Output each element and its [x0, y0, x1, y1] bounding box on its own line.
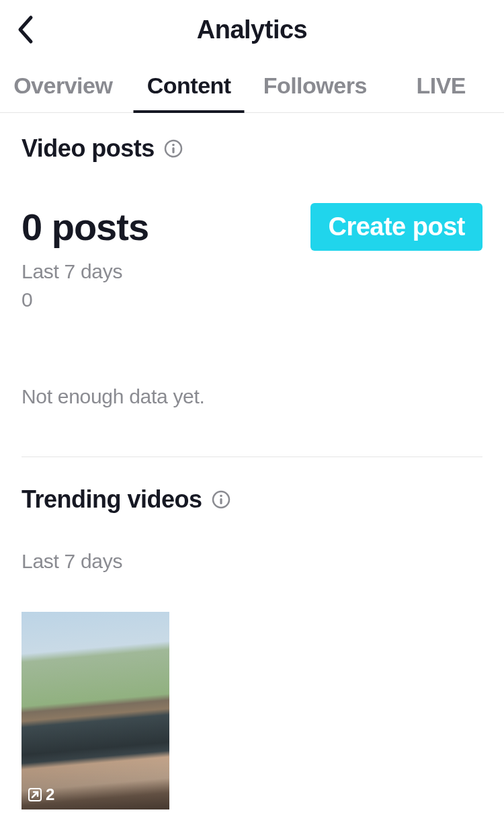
- svg-rect-5: [220, 498, 222, 504]
- arrow-up-right-icon: [28, 788, 42, 801]
- tabs-bar: Overview Content Followers LIVE: [0, 59, 504, 113]
- tab-overview[interactable]: Overview: [0, 59, 126, 112]
- video-views-count: 2: [46, 785, 54, 804]
- svg-point-4: [220, 495, 222, 498]
- info-icon[interactable]: [212, 490, 230, 509]
- back-button[interactable]: [16, 15, 35, 44]
- svg-rect-2: [172, 147, 174, 153]
- divider: [22, 457, 482, 457]
- page-title: Analytics: [0, 15, 504, 44]
- trending-heading: Trending videos: [22, 485, 202, 514]
- info-icon[interactable]: [164, 139, 183, 158]
- posts-count: 0 posts: [22, 205, 149, 249]
- svg-point-1: [172, 144, 175, 147]
- video-posts-heading: Video posts: [22, 134, 155, 163]
- chevron-left-icon: [16, 15, 35, 44]
- period-value: 0: [22, 288, 482, 311]
- tab-live[interactable]: LIVE: [378, 59, 505, 112]
- video-views-badge: 2: [28, 785, 54, 804]
- video-thumbnail-image: [22, 612, 169, 809]
- period-label: Last 7 days: [22, 260, 482, 283]
- tab-content[interactable]: Content: [126, 59, 253, 112]
- create-post-button[interactable]: Create post: [310, 203, 482, 251]
- tab-followers[interactable]: Followers: [252, 59, 378, 112]
- trending-video-thumbnail[interactable]: 2: [22, 612, 169, 809]
- trending-period-label: Last 7 days: [22, 550, 482, 573]
- empty-state-text: Not enough data yet.: [22, 385, 482, 408]
